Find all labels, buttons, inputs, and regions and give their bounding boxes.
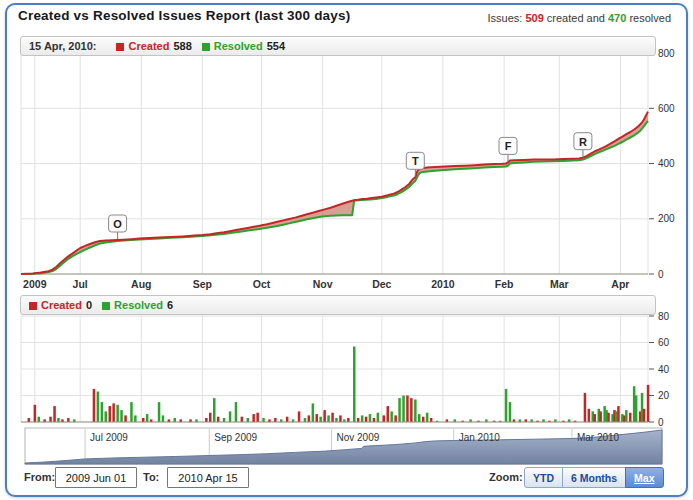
zoom-ytd-button[interactable]: YTD [524,467,563,488]
x-axis-label: Oct [253,278,271,290]
daily-created-label: Created [41,299,82,311]
daily-resolved-value: 6 [167,299,173,311]
daily-bar-created [241,417,244,422]
summary-resolved-text: resolved [629,12,671,24]
daily-bar-created [274,418,277,422]
daily-bar-resolved [414,400,417,423]
to-label: To: [143,471,159,483]
x-axis-label: Jul [73,278,88,290]
daily-bar-resolved [418,414,421,422]
x-axis-label: Mar [550,278,569,290]
x-axis-label: Feb [495,278,514,290]
zoom-max-button[interactable]: Max [625,467,663,488]
daily-bar-created [617,406,620,422]
daily-bar-resolved [312,403,315,422]
zoom-6months-button[interactable]: 6 Months [562,467,626,488]
tooltip-created-label: Created [128,40,169,52]
page-title: Created vs Resolved Issues Report (last … [18,8,350,23]
daily-bar-created [584,393,587,422]
main-chart: 02004006008002009JulAugSepOctNovDec2010F… [21,48,675,291]
issues-report-page: 02004006008002009JulAugSepOctNovDec2010F… [0,0,693,500]
daily-bar-created [365,417,368,422]
daily-bar-resolved [247,418,250,422]
daily-bar-resolved [158,402,161,422]
daily-bar-created [93,389,96,422]
daily-bar-created [607,413,610,422]
daily-bar-resolved [105,411,108,422]
navigator-label: Jan 2010 [459,432,501,443]
from-label: From: [24,471,55,483]
daily-bar-created [383,415,386,422]
daily-bar-resolved [377,413,380,422]
daily-bar-created [252,414,255,422]
daily-bar-chart: 020406080 [21,311,670,428]
range-controls: From: To: Zoom: YTD 6 Months Max [0,466,693,492]
daily-bar-resolved [319,417,322,422]
daily-bar-created [331,413,334,422]
summary-created-text: created and [547,12,605,24]
daily-bar-created [323,410,326,422]
x-axis-label: Dec [372,278,391,290]
daily-bar-created [256,413,259,422]
x-axis-label: Nov [313,278,333,290]
navigator-label: Mar 2010 [577,432,620,443]
daily-bar-resolved [398,398,401,422]
daily-bar-created [53,406,56,422]
daily-bar-created [298,411,301,422]
issues-summary: Issues: 509 created and 470 resolved [487,12,671,24]
daily-bar-resolved [229,411,232,422]
x-axis-label: Aug [131,278,151,290]
event-flag-label: T [412,155,419,167]
daily-bar-created [373,418,376,422]
daily-bar-created [339,415,342,422]
bar-y-axis-label: 40 [658,364,670,375]
daily-bar-resolved [390,411,393,422]
summary-resolved-count: 470 [608,12,626,24]
daily-bar-resolved [116,405,119,422]
y-axis-label: 200 [658,213,675,224]
daily-bar-created [67,418,70,422]
daily-bar-resolved [120,410,123,422]
daily-bar-created [387,406,390,422]
navigator[interactable]: Jul 2009Sep 2009Nov 2009Jan 2010Mar 2010 [25,428,662,464]
x-axis-label: Apr [611,278,629,290]
daily-bar-created [430,418,433,422]
daily-bar-resolved [162,415,165,422]
daily-bar-resolved [235,402,238,422]
resolved-swatch-icon [102,302,110,310]
daily-bar-created [205,418,208,422]
daily-bar-created [599,411,602,422]
daily-bar-created [357,418,360,422]
event-flag-label: F [505,140,512,152]
y-axis-label: 0 [658,269,664,280]
daily-bar-created [286,417,289,422]
resolved-swatch-icon [202,43,210,51]
summary-created-count: 509 [525,12,543,24]
daily-bar-created [643,409,646,422]
from-date-input[interactable] [55,467,137,488]
bar-y-axis-label: 80 [658,311,670,322]
daily-bar-created [406,396,409,423]
navigator-label: Jul 2009 [90,432,128,443]
daily-bar-resolved [38,417,41,422]
daily-legend-bar: Created0Resolved6 [20,295,656,315]
daily-resolved-label: Resolved [114,299,163,311]
daily-bar-resolved [353,347,356,423]
x-axis-label: 2010 [431,278,455,290]
daily-created-value: 0 [86,299,92,311]
created-swatch-icon [29,302,37,310]
daily-bar-resolved [134,415,137,422]
daily-bar-created [316,414,319,422]
daily-bar-resolved [361,415,364,422]
daily-bar-resolved [625,410,628,422]
daily-bar-created [394,415,397,422]
daily-bar-resolved [505,389,508,422]
summary-prefix: Issues: [487,12,522,24]
daily-bar-created [594,414,597,422]
daily-bar-resolved [262,418,265,422]
to-date-input[interactable] [167,467,249,488]
daily-bar-created [588,409,591,422]
y-axis-label: 400 [658,158,675,169]
daily-bar-created [112,403,115,422]
x-axis-label: Sep [193,278,212,290]
